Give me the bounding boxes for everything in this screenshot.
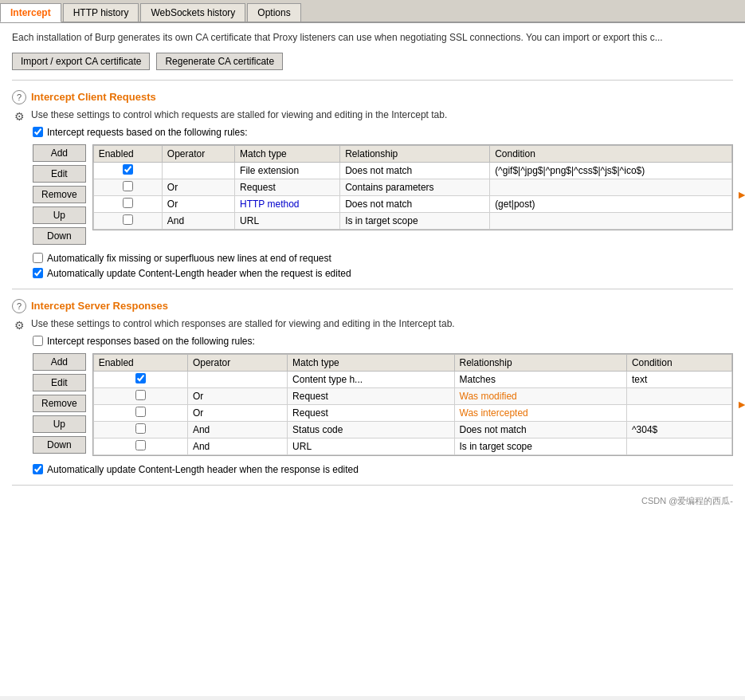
col-enabled-server: Enabled bbox=[93, 354, 187, 371]
client-row-enabled-2[interactable] bbox=[123, 198, 133, 208]
server-row-matchtype-2: Request bbox=[288, 404, 454, 421]
table-row: Or HTTP method Does not match (get|post) bbox=[93, 195, 731, 212]
server-row-relationship-3: Does not match bbox=[454, 421, 626, 438]
client-row-enabled-1[interactable] bbox=[123, 181, 133, 191]
client-auto-update-checkbox[interactable] bbox=[33, 268, 43, 278]
server-row-matchtype-1: Request bbox=[288, 387, 454, 404]
tab-websockets-history[interactable]: WebSockets history bbox=[140, 3, 245, 22]
table-row: File extension Does not match (^gif$|^jp… bbox=[93, 162, 731, 179]
server-down-button[interactable]: Down bbox=[33, 436, 86, 454]
main-content: Each installation of Burp generates its … bbox=[0, 23, 745, 696]
divider-3 bbox=[12, 485, 733, 486]
client-row-matchtype-2: HTTP method bbox=[235, 195, 340, 212]
client-down-button[interactable]: Down bbox=[33, 227, 86, 245]
col-operator-client: Operator bbox=[162, 145, 234, 162]
server-responses-header: ? Intercept Server Responses bbox=[12, 299, 733, 313]
table-row: Or Request Was modified bbox=[93, 387, 731, 404]
server-row-condition-2 bbox=[626, 404, 731, 421]
client-row-enabled-3[interactable] bbox=[123, 214, 133, 225]
client-row-condition-1 bbox=[490, 179, 732, 195]
server-add-button[interactable]: Add bbox=[33, 353, 86, 371]
client-remove-button[interactable]: Remove bbox=[33, 186, 86, 203]
col-enabled-client: Enabled bbox=[93, 145, 162, 162]
import-export-button[interactable]: Import / export CA certificate bbox=[12, 53, 150, 70]
server-rules-table: Enabled Operator Match type Relationship… bbox=[93, 354, 732, 455]
server-intercept-checkbox-row: Intercept responses based on the followi… bbox=[33, 336, 733, 347]
server-gear-icon[interactable]: ⚙ bbox=[12, 318, 26, 332]
client-row-condition-2: (get|post) bbox=[490, 195, 732, 212]
table-row: And URL Is in target scope bbox=[93, 438, 731, 454]
client-rules-table: Enabled Operator Match type Relationship… bbox=[93, 145, 732, 230]
tab-bar: Intercept HTTP history WebSockets histor… bbox=[0, 0, 745, 23]
server-row-matchtype-0: Content type h... bbox=[288, 371, 454, 387]
server-row-operator-4: And bbox=[187, 438, 287, 454]
server-row-enabled-0[interactable] bbox=[135, 373, 146, 383]
client-arrow-icon: ► bbox=[736, 188, 745, 201]
server-rules-buttons: Add Edit Remove Up Down bbox=[33, 353, 86, 456]
client-intercept-checkbox-row: Intercept requests based on the followin… bbox=[33, 127, 733, 138]
server-auto-update-checkbox[interactable] bbox=[33, 464, 43, 474]
client-gear-icon[interactable]: ⚙ bbox=[12, 109, 26, 124]
client-up-button[interactable]: Up bbox=[33, 206, 86, 224]
server-edit-button[interactable]: Edit bbox=[33, 374, 86, 391]
server-auto-option-1: Automatically update Content-Length head… bbox=[33, 464, 733, 475]
server-row-operator-1: Or bbox=[187, 387, 287, 404]
server-row-condition-0: text bbox=[626, 371, 731, 387]
client-auto-fix-label: Automatically fix missing or superfluous… bbox=[47, 253, 331, 264]
server-help-icon[interactable]: ? bbox=[12, 299, 26, 313]
server-rules-table-wrap: Enabled Operator Match type Relationship… bbox=[92, 353, 733, 456]
server-intercept-label: Intercept responses based on the followi… bbox=[47, 336, 255, 347]
client-row-operator-1: Or bbox=[162, 179, 234, 195]
client-intercept-label: Intercept requests based on the followin… bbox=[47, 127, 247, 138]
server-row-operator-2: Or bbox=[187, 404, 287, 421]
server-row-matchtype-3: Status code bbox=[288, 421, 454, 438]
tab-intercept[interactable]: Intercept bbox=[0, 3, 61, 22]
ca-info-text: Each installation of Burp generates its … bbox=[12, 31, 733, 45]
server-row-condition-1 bbox=[626, 387, 731, 404]
tab-options[interactable]: Options bbox=[247, 3, 300, 22]
server-row-enabled-3[interactable] bbox=[135, 423, 146, 434]
client-row-enabled-0[interactable] bbox=[123, 164, 133, 175]
table-row: And URL Is in target scope bbox=[93, 212, 731, 229]
server-row-relationship-0: Matches bbox=[454, 371, 626, 387]
server-auto-options: Automatically update Content-Length head… bbox=[33, 464, 733, 475]
client-add-button[interactable]: Add bbox=[33, 144, 86, 162]
server-up-button[interactable]: Up bbox=[33, 415, 86, 433]
server-row-operator-3: And bbox=[187, 421, 287, 438]
ca-button-row: Import / export CA certificate Regenerat… bbox=[12, 53, 733, 70]
server-remove-button[interactable]: Remove bbox=[33, 395, 86, 412]
regenerate-button[interactable]: Regenerate CA certificate bbox=[156, 53, 283, 70]
server-row-enabled-4[interactable] bbox=[135, 440, 146, 450]
server-row-relationship-2: Was intercepted bbox=[454, 404, 626, 421]
server-row-condition-3: ^304$ bbox=[626, 421, 731, 438]
client-row-matchtype-1: Request bbox=[235, 179, 340, 195]
col-condition-server: Condition bbox=[626, 354, 731, 371]
client-row-operator-3: And bbox=[162, 212, 234, 229]
server-row-matchtype-4: URL bbox=[288, 438, 454, 454]
server-row-operator-0 bbox=[187, 371, 287, 387]
client-rules-buttons: Add Edit Remove Up Down bbox=[33, 144, 86, 245]
client-auto-fix-checkbox[interactable] bbox=[33, 253, 43, 263]
client-auto-options: Automatically fix missing or superfluous… bbox=[33, 253, 733, 279]
server-row-enabled-1[interactable] bbox=[135, 390, 146, 400]
client-requests-title: Intercept Client Requests bbox=[31, 91, 156, 103]
server-auto-update-label: Automatically update Content-Length head… bbox=[47, 464, 359, 475]
client-auto-update-label: Automatically update Content-Length head… bbox=[47, 268, 351, 279]
col-relationship-server: Relationship bbox=[454, 354, 626, 371]
client-intercept-checkbox[interactable] bbox=[33, 127, 43, 137]
server-row-relationship-4: Is in target scope bbox=[454, 438, 626, 454]
server-arrow-icon: ► bbox=[736, 398, 745, 411]
server-responses-desc: Use these settings to control which resp… bbox=[31, 318, 455, 329]
table-row: Or Request Was intercepted bbox=[93, 404, 731, 421]
client-row-relationship-1: Contains parameters bbox=[340, 179, 490, 195]
client-help-icon[interactable]: ? bbox=[12, 90, 26, 104]
client-row-relationship-3: Is in target scope bbox=[340, 212, 490, 229]
col-matchtype-server: Match type bbox=[288, 354, 454, 371]
client-row-condition-3 bbox=[490, 212, 732, 229]
tab-http-history[interactable]: HTTP history bbox=[63, 3, 139, 22]
server-row-enabled-2[interactable] bbox=[135, 407, 146, 417]
divider-1 bbox=[12, 80, 733, 81]
col-relationship-client: Relationship bbox=[340, 145, 490, 162]
client-edit-button[interactable]: Edit bbox=[33, 165, 86, 183]
server-intercept-checkbox[interactable] bbox=[33, 336, 43, 346]
